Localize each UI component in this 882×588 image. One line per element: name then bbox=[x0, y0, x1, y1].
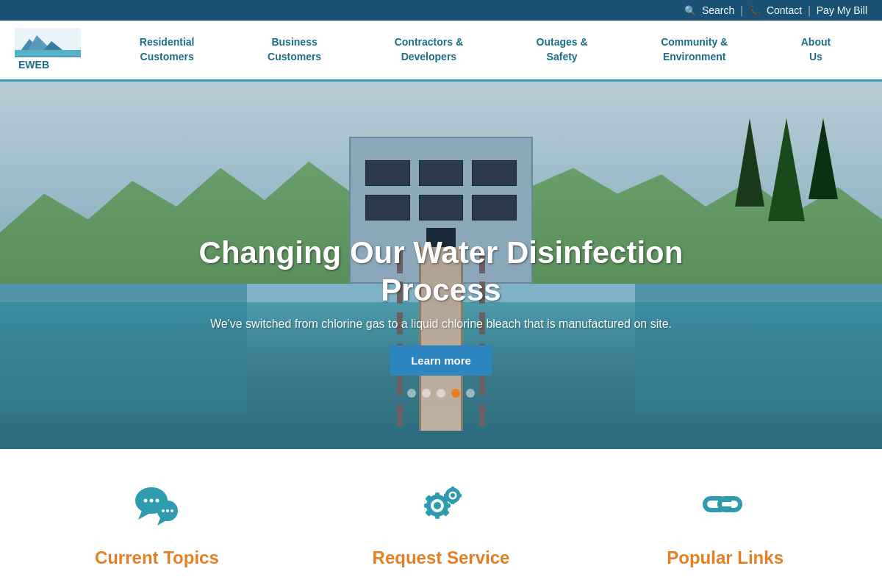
svg-point-15 bbox=[166, 509, 169, 512]
nav-contractors[interactable]: Contractors &Developers bbox=[389, 32, 469, 68]
carousel-dot-4[interactable] bbox=[451, 389, 460, 398]
svg-rect-30 bbox=[451, 500, 454, 504]
svg-point-16 bbox=[171, 509, 173, 512]
svg-marker-8 bbox=[138, 511, 151, 520]
nav-about[interactable]: AboutUs bbox=[795, 32, 836, 68]
nav-residential[interactable]: ResidentialCustomers bbox=[134, 32, 201, 68]
svg-rect-29 bbox=[451, 487, 454, 491]
header: EWEB ResidentialCustomers BusinessCustom… bbox=[0, 21, 882, 82]
nav-community[interactable]: Community &Environment bbox=[655, 32, 734, 68]
carousel-dots bbox=[407, 389, 475, 398]
popular-links-icon bbox=[598, 478, 853, 540]
svg-point-13 bbox=[156, 499, 159, 503]
svg-rect-31 bbox=[444, 494, 448, 498]
request-service-icon bbox=[313, 478, 569, 540]
nav-outages[interactable]: Outages &Safety bbox=[531, 32, 594, 68]
search-icon: 🔍 bbox=[684, 5, 696, 16]
hero-text-overlay: Changing Our Water Disinfection Process … bbox=[184, 234, 698, 376]
svg-point-12 bbox=[150, 499, 154, 503]
svg-rect-21 bbox=[424, 503, 430, 508]
current-topics-icon bbox=[29, 478, 284, 540]
contact-link[interactable]: Contact bbox=[767, 4, 802, 16]
current-topics-label: Current Topics bbox=[29, 548, 284, 568]
hero-title: Changing Our Water Disinfection Process bbox=[184, 234, 698, 309]
trees-decoration bbox=[735, 118, 838, 221]
request-service-item[interactable]: Request Service bbox=[313, 478, 569, 568]
popular-links-label: Popular Links bbox=[598, 548, 853, 568]
logo-area[interactable]: EWEB bbox=[15, 28, 88, 72]
phone-icon: 📞 bbox=[749, 5, 761, 16]
search-link[interactable]: Search bbox=[702, 4, 734, 16]
request-service-label: Request Service bbox=[313, 548, 569, 568]
svg-point-14 bbox=[162, 509, 165, 512]
carousel-dot-5[interactable] bbox=[466, 389, 475, 398]
svg-rect-32 bbox=[457, 494, 462, 498]
nav-business[interactable]: BusinessCustomers bbox=[262, 32, 327, 68]
carousel-dot-1[interactable] bbox=[407, 389, 416, 398]
carousel-dot-3[interactable] bbox=[437, 389, 445, 398]
current-topics-item[interactable]: Current Topics bbox=[29, 478, 284, 568]
sep1: | bbox=[740, 4, 743, 16]
svg-rect-22 bbox=[445, 503, 451, 508]
hero-section: Changing Our Water Disinfection Process … bbox=[0, 82, 882, 449]
carousel-dot-2[interactable] bbox=[422, 389, 431, 398]
popular-links-item[interactable]: Popular Links bbox=[598, 478, 853, 568]
svg-point-11 bbox=[144, 499, 148, 503]
svg-point-28 bbox=[451, 493, 455, 498]
svg-rect-19 bbox=[435, 492, 440, 498]
svg-rect-5 bbox=[15, 56, 81, 57]
main-nav: ResidentialCustomers BusinessCustomers C… bbox=[103, 32, 867, 68]
svg-rect-20 bbox=[435, 513, 440, 519]
learn-more-button[interactable]: Learn more bbox=[390, 345, 492, 376]
pay-bill-link[interactable]: Pay My Bill bbox=[817, 4, 867, 16]
bottom-section: Current Topics bbox=[0, 449, 882, 588]
hero-subtitle: We've switched from chlorine gas to a li… bbox=[184, 318, 698, 331]
svg-text:EWEB: EWEB bbox=[18, 59, 49, 71]
logo-svg: EWEB bbox=[15, 28, 81, 72]
top-bar: 🔍 Search | 📞 Contact | Pay My Bill bbox=[0, 0, 882, 21]
sep2: | bbox=[808, 4, 811, 16]
svg-point-18 bbox=[434, 502, 441, 509]
